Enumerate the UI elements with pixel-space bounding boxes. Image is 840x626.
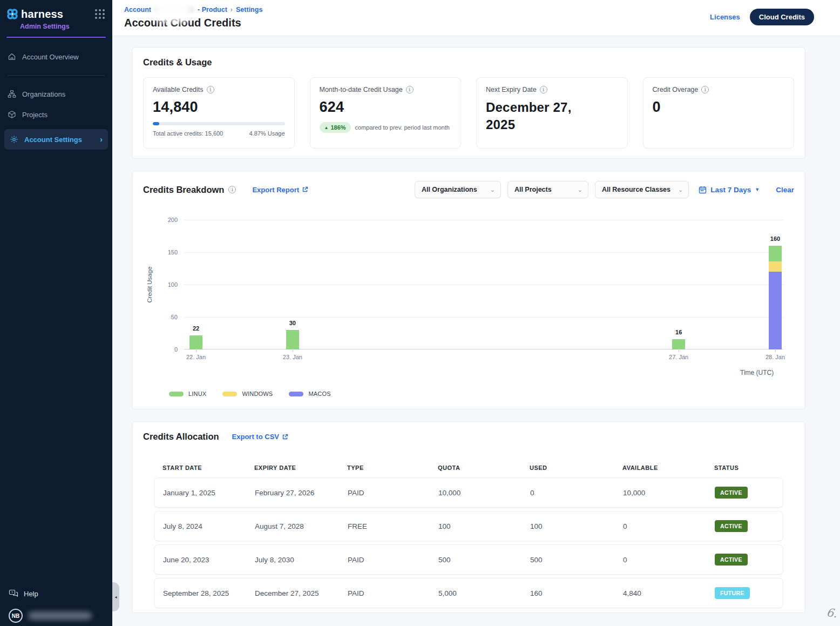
y-tick-label: 150 <box>168 249 178 255</box>
home-icon <box>8 52 16 61</box>
legend-item-windows[interactable]: WINDOWS <box>222 391 273 397</box>
expiry-date-cell: July 8, 2030 <box>246 556 339 564</box>
sidebar: harness Admin Settings Account Overview … <box>0 0 112 626</box>
external-link-icon <box>282 434 288 440</box>
sidebar-item-label: Account Settings <box>24 136 82 144</box>
licenses-link[interactable]: Licenses <box>710 13 740 21</box>
clear-filters-link[interactable]: Clear <box>776 186 794 194</box>
bar-segment-linux <box>769 246 782 261</box>
harness-logo-icon <box>5 7 19 21</box>
type-cell: PAID <box>339 489 430 497</box>
breadcrumb-separator: › <box>231 6 233 14</box>
sidebar-item-organizations[interactable]: Organizations <box>0 84 112 104</box>
credits-allocation-heading: Credits Allocation <box>143 432 219 442</box>
sidebar-item-projects[interactable]: Projects <box>0 104 112 125</box>
credit-overage-value: 0 <box>653 99 785 116</box>
table-row: September 28, 2025December 27, 2025PAID5… <box>154 578 783 608</box>
legend-label: WINDOWS <box>242 391 273 397</box>
allocation-table-body: January 1, 2025February 27, 2026PAID10,0… <box>154 477 783 608</box>
allocation-table: START DATEEXPIRY DATETYPEQUOTAUSEDAVAILA… <box>154 465 783 608</box>
status-cell: FUTURE <box>706 587 783 599</box>
app-launcher-icon[interactable] <box>95 9 105 19</box>
bar-segment-linux <box>286 330 299 349</box>
x-tick-mark <box>196 349 197 352</box>
y-axis-title: Credit Usage <box>145 220 154 349</box>
bar-value-label: 22 <box>180 325 212 332</box>
x-tick-mark <box>775 349 776 352</box>
export-csv-link[interactable]: Export to CSV <box>232 433 288 441</box>
quota-cell: 500 <box>430 556 521 564</box>
credits-breakdown-section: Credits Breakdown i Export Report All Or… <box>132 171 805 409</box>
quota-cell: 100 <box>430 522 521 530</box>
quota-cell: 10,000 <box>430 489 521 497</box>
table-row: January 1, 2025February 27, 2026PAID10,0… <box>154 477 783 508</box>
info-icon[interactable]: i <box>540 86 547 93</box>
type-cell: PAID <box>339 556 430 564</box>
stray-annotation: 6. <box>825 606 838 621</box>
chart-legend: LINUXWINDOWSMACOS <box>169 391 794 397</box>
avatar: NB <box>9 609 23 623</box>
column-header: USED <box>521 465 614 471</box>
gridline <box>184 252 783 253</box>
organizations-select[interactable]: All Organizations⌄ <box>415 181 501 198</box>
header-actions: Licenses Cloud Credits <box>710 9 814 25</box>
info-icon[interactable]: i <box>207 86 214 93</box>
expiry-date-cell: February 27, 2026 <box>246 489 339 497</box>
help-button[interactable]: ? Help <box>0 585 112 602</box>
info-icon[interactable]: i <box>228 186 236 193</box>
gear-icon <box>10 135 18 144</box>
legend-item-macos[interactable]: MACOS <box>289 391 330 397</box>
sidebar-item-account-overview[interactable]: Account Overview <box>0 46 112 67</box>
breadcrumb-account-link[interactable]: Account <box>124 6 151 14</box>
date-range-picker[interactable]: Last 7 Days ▼ <box>699 186 760 194</box>
available-cell: 10,000 <box>614 489 706 497</box>
available-credits-card: Available Creditsi 14,840 Total active c… <box>143 77 295 149</box>
delta-note: compared to prev. period last month <box>355 124 450 131</box>
breadcrumb-product-link[interactable]: - Product <box>198 6 227 14</box>
next-expiry-value: December 27, 2025 <box>486 99 597 134</box>
start-date-cell: June 20, 2023 <box>154 556 246 564</box>
start-date-cell: September 28, 2025 <box>154 589 246 597</box>
credits-usage-heading: Credits & Usage <box>143 57 794 68</box>
chevron-down-icon: ⌄ <box>490 186 495 193</box>
sidebar-item-label: Projects <box>22 111 48 119</box>
x-tick-label: 23. Jan <box>271 354 314 360</box>
x-tick-label: 22. Jan <box>174 354 218 360</box>
x-tick-label: 28. Jan <box>754 354 797 360</box>
expiry-date-cell: August 7, 2028 <box>246 522 339 530</box>
stat-label: Month-to-date Credit Usage <box>320 86 403 93</box>
help-chat-icon: ? <box>9 589 18 598</box>
info-icon[interactable]: i <box>701 86 709 93</box>
svg-text:?: ? <box>11 591 13 594</box>
info-icon[interactable]: i <box>406 86 414 93</box>
sidebar-collapse-handle[interactable]: ◂ <box>112 582 119 611</box>
help-label: Help <box>24 590 38 598</box>
column-header: TYPE <box>338 465 429 471</box>
legend-item-linux[interactable]: LINUX <box>169 391 206 397</box>
credit-overage-card: Credit Overagei 0 <box>643 77 795 149</box>
status-badge: FUTURE <box>715 587 750 599</box>
export-report-link[interactable]: Export Report <box>252 186 308 194</box>
module-subtitle: Admin Settings <box>20 23 112 30</box>
breadcrumb-settings-link[interactable]: Settings <box>236 6 262 14</box>
next-expiry-card: Next Expiry Datei December 27, 2025 <box>476 77 628 149</box>
cloud-credits-button[interactable]: Cloud Credits <box>750 9 814 25</box>
external-link-icon <box>302 186 308 193</box>
module-accent-line <box>6 37 106 38</box>
available-cell: 0 <box>614 522 706 530</box>
stat-label: Next Expiry Date <box>486 86 537 93</box>
table-row: June 20, 2023July 8, 2030PAID5005000ACTI… <box>154 544 783 575</box>
status-badge: ACTIVE <box>715 554 748 566</box>
up-arrow-icon: ▲ <box>324 125 329 130</box>
column-header: EXPIRY DATE <box>246 465 338 471</box>
resource-classes-select[interactable]: All Resource Classes⌄ <box>595 181 689 198</box>
credits-breakdown-heading: Credits Breakdown <box>143 185 224 195</box>
sidebar-item-account-settings[interactable]: Account Settings › <box>4 129 108 150</box>
available-cell: 0 <box>614 556 706 564</box>
column-header: START DATE <box>154 465 246 471</box>
quota-cell: 5,000 <box>430 589 521 597</box>
allocation-table-header: START DATEEXPIRY DATETYPEQUOTAUSEDAVAILA… <box>154 465 783 477</box>
projects-select[interactable]: All Projects⌄ <box>507 181 588 198</box>
logo-row: harness <box>0 0 112 21</box>
user-row[interactable]: NB <box>0 602 112 623</box>
